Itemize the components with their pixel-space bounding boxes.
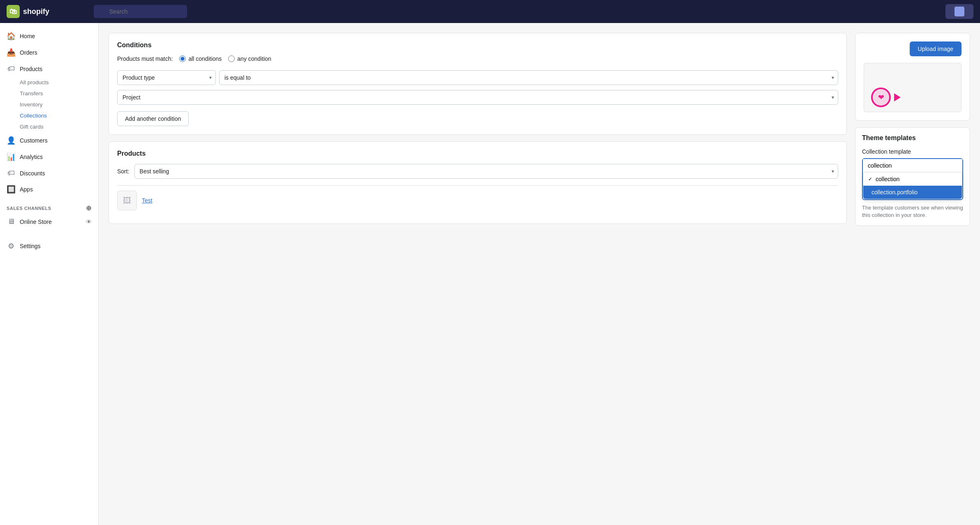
- sidebar-label-settings: Settings: [20, 243, 41, 249]
- match-row: Products must match: all conditions any …: [117, 55, 838, 62]
- products-card: Products Sort: Best selling Newest Oldes…: [109, 141, 847, 224]
- collection-template-label: Collection template: [862, 148, 963, 155]
- match-radio-group: all conditions any condition: [179, 55, 271, 62]
- all-conditions-label: all conditions: [188, 55, 222, 62]
- template-option-portfolio[interactable]: collection.portfolio: [863, 186, 962, 199]
- conditions-card: Conditions Products must match: all cond…: [109, 33, 847, 135]
- content-column: Conditions Products must match: all cond…: [109, 33, 847, 515]
- sidebar-item-products[interactable]: 🏷 Products: [0, 61, 98, 77]
- product-link[interactable]: Test: [142, 197, 153, 204]
- shopify-logo-icon: 🛍: [7, 5, 20, 18]
- template-selected-value: collection: [868, 162, 892, 169]
- sidebar-label-apps: Apps: [20, 186, 33, 193]
- sidebar-sub-all-products[interactable]: All products: [0, 77, 98, 88]
- sidebar-item-home[interactable]: 🏠 Home: [0, 28, 98, 44]
- orders-icon: 📥: [7, 48, 16, 57]
- home-icon: 🏠: [7, 32, 16, 41]
- any-condition-radio[interactable]: [228, 55, 235, 62]
- all-conditions-option[interactable]: all conditions: [179, 55, 222, 62]
- value-select-wrap: Project ▾: [117, 90, 838, 105]
- sidebar-item-online-store[interactable]: 🖥 Online Store 👁: [0, 214, 98, 230]
- template-option-collection-label: collection: [876, 176, 899, 182]
- sidebar-label-discounts: Discounts: [20, 170, 45, 177]
- theme-description: The template customers see when viewing …: [862, 204, 963, 219]
- sidebar: 🏠 Home 📥 Orders 🏷 Products All products …: [0, 23, 99, 525]
- avatar-thumbnail: [955, 7, 964, 16]
- apps-icon: 🔲: [7, 185, 16, 194]
- template-option-portfolio-label: collection.portfolio: [871, 189, 918, 196]
- sidebar-sub-collections[interactable]: Collections: [0, 110, 98, 121]
- any-condition-option[interactable]: any condition: [228, 55, 271, 62]
- online-store-icon: 🖥: [7, 217, 16, 226]
- check-icon: ✓: [868, 176, 872, 182]
- sort-row: Sort: Best selling Newest Oldest Price: …: [117, 164, 838, 179]
- theme-templates-card: Theme templates Collection template coll…: [855, 127, 970, 226]
- products-icon: 🏷: [7, 64, 16, 73]
- layout: 🏠 Home 📥 Orders 🏷 Products All products …: [0, 23, 980, 525]
- top-nav: 🛍 shopify 🔍: [0, 0, 980, 23]
- sidebar-item-discounts[interactable]: 🏷 Discounts: [0, 165, 98, 181]
- operator-select[interactable]: is equal to is not equal to starts with …: [219, 70, 838, 85]
- match-label: Products must match:: [117, 55, 173, 62]
- right-column: Upload image Theme templates Collection …: [855, 33, 970, 515]
- product-item: 🖼 Test: [117, 185, 838, 215]
- settings-icon: ⚙: [7, 242, 16, 251]
- sort-label: Sort:: [117, 168, 129, 175]
- template-option-collection[interactable]: ✓ collection: [863, 173, 962, 186]
- sidebar-item-apps[interactable]: 🔲 Apps: [0, 181, 98, 198]
- template-dropdown-selected: collection: [863, 159, 962, 172]
- value-row: Project ▾: [117, 90, 838, 105]
- customers-icon: 👤: [7, 136, 16, 145]
- products-title: Products: [117, 150, 838, 157]
- sidebar-sub-transfers[interactable]: Transfers: [0, 88, 98, 99]
- sidebar-label-customers: Customers: [20, 137, 48, 144]
- sidebar-item-customers[interactable]: 👤 Customers: [0, 132, 98, 149]
- main-content: Conditions Products must match: all cond…: [99, 23, 980, 525]
- conditions-title: Conditions: [117, 41, 838, 49]
- search-wrapper: 🔍: [94, 5, 941, 18]
- brand-name: shopify: [23, 7, 49, 16]
- online-store-visibility-icon[interactable]: 👁: [86, 219, 92, 225]
- sort-select-wrap: Best selling Newest Oldest Price: Low to…: [134, 164, 838, 179]
- sidebar-item-orders[interactable]: 📥 Orders: [0, 44, 98, 61]
- upload-image-button[interactable]: Upload image: [910, 41, 962, 56]
- value-select[interactable]: Project: [117, 90, 838, 105]
- add-sales-channel-icon[interactable]: ⊕: [86, 204, 92, 212]
- logo: 🛍 shopify: [7, 5, 89, 18]
- sales-channels-section: SALES CHANNELS ⊕: [0, 198, 98, 214]
- theme-templates-title: Theme templates: [862, 134, 963, 142]
- analytics-icon: 📊: [7, 152, 16, 161]
- sidebar-label-home: Home: [20, 33, 35, 39]
- field-select-wrap: Product type Product vendor Product tag …: [117, 70, 216, 85]
- sidebar-label-orders: Orders: [20, 49, 37, 56]
- sidebar-sub-inventory[interactable]: Inventory: [0, 99, 98, 110]
- sidebar-sub-gift-cards[interactable]: Gift cards: [0, 121, 98, 132]
- operator-select-wrap: is equal to is not equal to starts with …: [219, 70, 838, 85]
- upload-image-card: Upload image: [855, 33, 970, 121]
- product-thumbnail: 🖼: [117, 191, 137, 210]
- all-conditions-radio[interactable]: [179, 55, 186, 62]
- template-dropdown-list: ✓ collection collection.portfolio: [863, 172, 962, 199]
- search-input[interactable]: [94, 5, 187, 18]
- nav-avatar[interactable]: [945, 4, 973, 19]
- template-dropdown[interactable]: collection ✓ collection collection.portf…: [862, 158, 963, 200]
- field-select[interactable]: Product type Product vendor Product tag …: [117, 70, 216, 85]
- sidebar-label-analytics: Analytics: [20, 154, 43, 160]
- add-condition-button[interactable]: Add another condition: [117, 111, 189, 126]
- sidebar-label-online-store: Online Store: [20, 219, 52, 225]
- sidebar-item-settings[interactable]: ⚙ Settings: [0, 238, 98, 254]
- any-condition-label: any condition: [237, 55, 271, 62]
- condition-row: Product type Product vendor Product tag …: [117, 70, 838, 85]
- sidebar-item-analytics[interactable]: 📊 Analytics: [0, 149, 98, 165]
- sort-select[interactable]: Best selling Newest Oldest Price: Low to…: [134, 164, 838, 179]
- image-placeholder: [864, 63, 962, 112]
- sidebar-label-products: Products: [20, 66, 42, 72]
- discounts-icon: 🏷: [7, 169, 16, 177]
